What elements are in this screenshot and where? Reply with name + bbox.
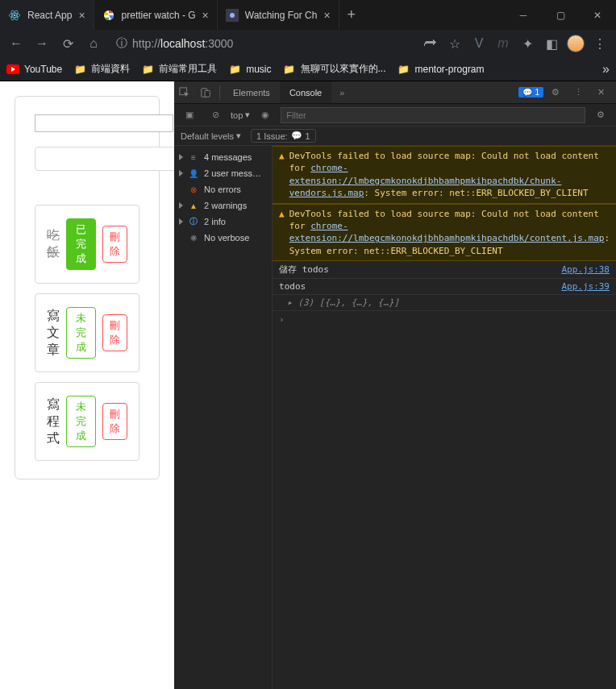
info-icon: ⓘ	[188, 216, 199, 227]
bookmark-folder-0[interactable]: 📁前端資料	[73, 62, 130, 76]
new-tab-button[interactable]: +	[339, 0, 364, 30]
todo-card: 送出 吃飯 已完成 刪除 寫文章 未完成 刪除 寫程式 未完成 刪除	[15, 96, 160, 479]
sidebar-toggle-icon[interactable]: ▣	[179, 110, 200, 120]
source-link[interactable]: App.js:39	[561, 281, 610, 292]
console-output: ▲ DevTools failed to load source map: Co…	[273, 146, 616, 689]
warning-message[interactable]: ▲ DevTools failed to load source map: Co…	[273, 204, 616, 262]
sidepanel-icon[interactable]: ◧	[540, 32, 563, 55]
devtools-panel: Elements Console » 💬1 ⚙ ⋮ ✕ ▣ ⊘ top ▾ ◉ …	[174, 81, 616, 689]
log-message[interactable]: 儲存 todos App.js:38	[273, 261, 616, 279]
console-toolbar-2: Default levels ▾ 1 Issue: 💬1	[174, 127, 616, 146]
context-selector[interactable]: top ▾	[231, 110, 250, 120]
eye-icon[interactable]: ◉	[255, 110, 276, 120]
source-link[interactable]: App.js:38	[561, 264, 610, 275]
delete-button[interactable]: 刪除	[102, 403, 127, 440]
profile-avatar[interactable]	[564, 32, 587, 55]
bookmarks-bar: YouTube 📁前端資料 📁前端常用工具 📁music 📁無聊可以來實作的..…	[0, 57, 616, 81]
chevron-right-icon	[179, 170, 183, 176]
tab-elements[interactable]: Elements	[223, 81, 280, 103]
bookmark-folder-3[interactable]: 📁無聊可以來實作的...	[283, 62, 386, 76]
url-text: http://localhost:3000	[132, 37, 233, 50]
gear-icon[interactable]: ⚙	[590, 110, 611, 120]
todo-input[interactable]	[35, 147, 174, 171]
extension-icon[interactable]: m	[492, 32, 514, 55]
kebab-menu-icon[interactable]: ⋮	[568, 87, 589, 98]
folder-icon: 📁	[397, 63, 410, 76]
log-object-preview[interactable]: ▸ (3) [{…}, {…}, {…}]	[273, 295, 616, 311]
levels-selector[interactable]: Default levels ▾	[181, 131, 241, 141]
close-icon[interactable]: ×	[202, 9, 209, 22]
delete-button[interactable]: 刪除	[102, 226, 127, 263]
sidebar-user[interactable]: 👤2 user mess…	[174, 165, 272, 181]
extensions-puzzle-icon[interactable]: ✦	[516, 32, 539, 55]
sidebar-warnings[interactable]: ▲2 warnings	[174, 197, 272, 214]
reload-button[interactable]: ⟳	[56, 32, 79, 55]
console-prompt[interactable]: ›	[273, 311, 616, 328]
toggle-done-button[interactable]: 未完成	[66, 396, 96, 447]
close-icon[interactable]: ✕	[590, 87, 611, 98]
maximize-button[interactable]: ▢	[542, 0, 579, 30]
back-button[interactable]: ←	[5, 32, 27, 55]
bookmark-label: 前端資料	[91, 62, 130, 76]
tab-title: React App	[27, 10, 72, 21]
browser-tab-1[interactable]: prettier watch - G ×	[94, 0, 218, 30]
inspect-element-icon[interactable]	[174, 87, 195, 98]
chevron-right-icon	[179, 218, 183, 225]
bookmarks-overflow-icon[interactable]: »	[602, 62, 610, 77]
forward-button[interactable]: →	[31, 32, 53, 55]
toggle-done-button[interactable]: 已完成	[66, 218, 96, 270]
home-button[interactable]: ⌂	[82, 32, 105, 55]
sidebar-messages[interactable]: ≡4 messages	[174, 149, 272, 165]
svg-point-6	[230, 13, 235, 18]
tab-title: prettier watch - G	[122, 10, 196, 21]
star-icon[interactable]: ☆	[443, 32, 466, 55]
log-message[interactable]: todos App.js:39	[273, 279, 616, 295]
console-sidebar: ≡4 messages 👤2 user mess… ⊗No errors ▲2 …	[174, 146, 273, 689]
not-secure-icon: ⓘ	[116, 36, 127, 51]
bookmark-label: YouTube	[24, 64, 62, 75]
todo-item: 寫程式 未完成 刪除	[35, 382, 139, 461]
browser-toolbar: ← → ⟳ ⌂ ⓘ http://localhost:3000 ⮫ ☆ V m …	[0, 30, 616, 57]
tab-title: Watching For Ch	[245, 10, 318, 21]
folder-icon: 📁	[228, 63, 241, 76]
browser-tab-0[interactable]: React App ×	[0, 0, 94, 30]
toggle-done-button[interactable]: 未完成	[66, 307, 96, 359]
bookmark-folder-1[interactable]: 📁前端常用工具	[141, 62, 217, 76]
todo-input-small[interactable]	[35, 114, 173, 132]
todo-item: 吃飯 已完成 刪除	[35, 205, 139, 284]
filter-input[interactable]	[281, 107, 585, 123]
bookmark-folder-2[interactable]: 📁music	[228, 63, 271, 76]
bookmark-youtube[interactable]: YouTube	[6, 63, 62, 76]
sidebar-info[interactable]: ⓘ2 info	[174, 214, 272, 230]
youtube-icon	[6, 63, 19, 76]
close-window-button[interactable]: ✕	[579, 0, 616, 30]
sidebar-errors[interactable]: ⊗No errors	[174, 181, 272, 197]
gear-icon[interactable]: ⚙	[545, 87, 566, 98]
issues-button[interactable]: 1 Issue: 💬1	[251, 129, 316, 143]
minimize-button[interactable]: ─	[505, 0, 542, 30]
chevron-right-icon	[179, 202, 183, 209]
sidebar-verbose[interactable]: ❋No verbose	[174, 230, 272, 246]
warning-message[interactable]: ▲ DevTools failed to load source map: Co…	[273, 146, 616, 204]
source-link[interactable]: chrome-extension://lmbegcmkonokdjbhbamhp…	[289, 221, 605, 243]
bookmark-folder-4[interactable]: 📁mentor-program	[397, 63, 485, 76]
vue-extension-icon[interactable]: V	[468, 32, 490, 55]
delete-button[interactable]: 刪除	[102, 314, 127, 351]
close-icon[interactable]: ×	[323, 9, 330, 22]
close-icon[interactable]: ×	[78, 9, 85, 22]
address-bar[interactable]: ⓘ http://localhost:3000	[108, 32, 416, 55]
device-toggle-icon[interactable]	[195, 87, 216, 98]
share-icon[interactable]: ⮫	[419, 32, 442, 55]
bookmark-label: music	[246, 64, 271, 75]
folder-icon: 📁	[283, 63, 296, 76]
more-tabs-icon[interactable]: »	[331, 88, 352, 98]
issues-badge[interactable]: 💬1	[518, 87, 543, 98]
kebab-menu-icon[interactable]: ⋮	[589, 32, 611, 55]
bookmark-label: mentor-program	[415, 64, 485, 75]
warning-icon: ▲	[188, 200, 199, 211]
clear-console-icon[interactable]: ⊘	[205, 110, 226, 120]
tab-console[interactable]: Console	[280, 81, 331, 103]
browser-tab-2[interactable]: Watching For Ch ×	[218, 0, 339, 30]
generic-favicon	[226, 9, 239, 22]
user-icon: 👤	[188, 168, 199, 179]
